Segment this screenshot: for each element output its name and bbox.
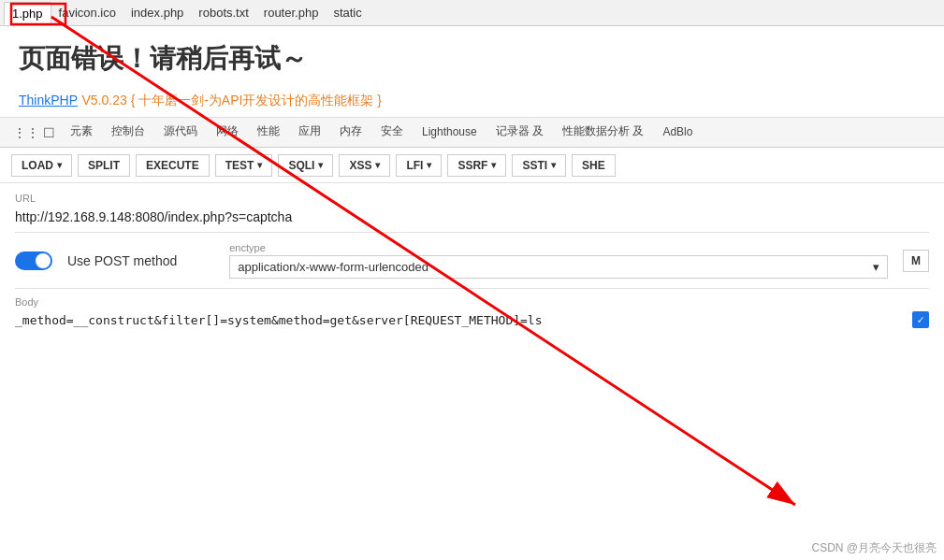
- devtools-tabs-bar: ⋮⋮ ☐ 元素 控制台 源代码 网络 性能 应用 内存 安全 Lighthous…: [0, 118, 944, 148]
- file-tab-router[interactable]: router.php: [256, 2, 327, 23]
- devtools-tab-memory[interactable]: 内存: [330, 118, 371, 147]
- body-row: _method=__construct&filter[]=system&meth…: [15, 311, 929, 328]
- thinkphp-info: ThinkPHP V5.0.23 { 十年磨一剑-为API开发设计的高性能框架 …: [19, 92, 925, 109]
- file-tab-robots[interactable]: robots.txt: [191, 2, 255, 23]
- devtools-tab-perf-insights[interactable]: 性能数据分析 及: [553, 118, 653, 147]
- devtools-tab-network[interactable]: 网络: [207, 118, 248, 147]
- split-button[interactable]: SPLIT: [78, 154, 130, 177]
- error-page: 页面错误！请稍后再试～ ThinkPHP V5.0.23 { 十年磨一剑-为AP…: [0, 26, 944, 118]
- file-tab-favicon[interactable]: favicon.ico: [51, 2, 123, 23]
- ssrf-button[interactable]: SSRF ▾: [447, 154, 506, 177]
- she-button[interactable]: SHE: [572, 154, 616, 177]
- devtools-tab-sources[interactable]: 源代码: [154, 118, 207, 147]
- enctype-label: enctype: [229, 242, 888, 253]
- devtools-icons: ⋮⋮ ☐: [7, 125, 61, 140]
- enctype-group: enctype application/x-www-form-urlencode…: [229, 242, 888, 279]
- file-tabs-bar: 1.php favicon.ico index.php robots.txt r…: [0, 0, 944, 26]
- toolbar: LOAD ▾ SPLIT EXECUTE TEST ▾ SQLI ▾ XSS ▾…: [0, 148, 944, 183]
- devtools-tab-performance[interactable]: 性能: [248, 118, 289, 147]
- method-button[interactable]: M: [903, 250, 929, 272]
- devtools-tab-recorder[interactable]: 记录器 及: [487, 118, 553, 147]
- devtools-tab-security[interactable]: 安全: [371, 118, 413, 147]
- ssrf-arrow-icon: ▾: [491, 160, 496, 170]
- load-arrow-icon: ▾: [57, 160, 62, 170]
- body-checkbox[interactable]: ✓: [912, 311, 929, 328]
- post-method-toggle[interactable]: [15, 251, 52, 270]
- body-label: Body: [15, 296, 929, 308]
- url-label: URL: [15, 193, 929, 204]
- csdn-watermark: CSDN @月亮今天也很亮: [811, 540, 937, 556]
- devtools-tab-adblock[interactable]: AdBlo: [653, 120, 702, 146]
- devtools-tab-lighthouse[interactable]: Lighthouse: [413, 120, 487, 146]
- xss-button[interactable]: XSS ▾: [339, 154, 390, 177]
- lfi-arrow-icon: ▾: [427, 160, 431, 170]
- execute-button[interactable]: EXECUTE: [136, 154, 210, 177]
- enctype-select[interactable]: application/x-www-form-urlencoded ▾: [229, 255, 888, 279]
- devtools-cursor-icon[interactable]: ⋮⋮: [13, 125, 39, 140]
- devtools-tab-elements[interactable]: 元素: [61, 118, 102, 147]
- test-button[interactable]: TEST ▾: [215, 154, 273, 177]
- thinkphp-version: V5.0.23 { 十年磨一剑-为API开发设计的高性能框架 }: [81, 93, 382, 108]
- file-tab-indexphp[interactable]: index.php: [123, 2, 191, 23]
- main-content: URL http://192.168.9.148:8080/index.php?…: [0, 183, 944, 337]
- post-method-label: Use POST method: [67, 253, 177, 268]
- file-tab-1php[interactable]: 1.php: [4, 2, 51, 25]
- body-value-text: _method=__construct&filter[]=system&meth…: [15, 313, 543, 327]
- error-title: 页面错误！请稍后再试～: [19, 41, 925, 77]
- lfi-button[interactable]: LFI ▾: [396, 154, 442, 177]
- body-section: Body _method=__construct&filter[]=system…: [15, 288, 929, 328]
- enctype-chevron-icon: ▾: [873, 260, 879, 274]
- enctype-value: application/x-www-form-urlencoded: [238, 260, 428, 274]
- load-button[interactable]: LOAD ▾: [11, 154, 72, 177]
- sqli-arrow-icon: ▾: [318, 160, 323, 170]
- test-arrow-icon: ▾: [257, 160, 262, 170]
- url-value: http://192.168.9.148:8080/index.php?s=ca…: [15, 206, 929, 233]
- post-method-row: Use POST method enctype application/x-ww…: [15, 242, 929, 279]
- ssti-arrow-icon: ▾: [551, 160, 556, 170]
- devtools-inspect-icon[interactable]: ☐: [43, 125, 55, 140]
- file-tab-static[interactable]: static: [326, 2, 369, 23]
- sqli-button[interactable]: SQLI ▾: [278, 154, 333, 177]
- ssti-button[interactable]: SSTI ▾: [512, 154, 566, 177]
- xss-arrow-icon: ▾: [375, 160, 380, 170]
- devtools-tab-console[interactable]: 控制台: [102, 118, 154, 147]
- devtools-tab-application[interactable]: 应用: [289, 118, 330, 147]
- thinkphp-link[interactable]: ThinkPHP: [19, 93, 78, 108]
